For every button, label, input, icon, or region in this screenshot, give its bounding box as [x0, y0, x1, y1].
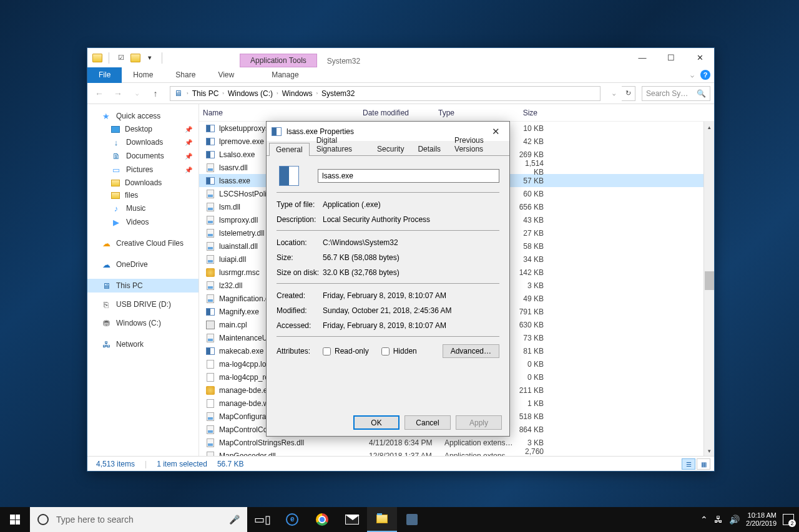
mic-icon[interactable]: 🎤: [229, 515, 240, 525]
file-size: 27 KB: [519, 229, 562, 238]
ribbon-tab-view[interactable]: View: [207, 68, 245, 82]
pin-icon: 📌: [185, 153, 192, 160]
column-name[interactable]: Name: [203, 109, 363, 117]
ribbon: File Home Share View Manage ⌵ ?: [87, 67, 714, 83]
close-button[interactable]: ✕: [685, 48, 714, 67]
ribbon-tab-home[interactable]: Home: [122, 68, 164, 82]
forward-button[interactable]: →: [110, 85, 126, 102]
breadcrumb-segment[interactable]: This PC: [192, 89, 219, 98]
dl-icon: ↓: [111, 137, 121, 147]
back-button[interactable]: ←: [91, 85, 107, 102]
address-bar[interactable]: 🖥 › This PC › Windows (C:) › Windows › S…: [170, 86, 600, 101]
sidebar-item[interactable]: Desktop📌: [87, 123, 199, 135]
chevron-right-icon[interactable]: ›: [316, 90, 318, 96]
qat-dropdown[interactable]: ▾: [144, 52, 155, 64]
taskbar-explorer[interactable]: [367, 507, 397, 532]
taskbar-search[interactable]: Type here to search 🎤: [30, 507, 247, 532]
task-view-button[interactable]: ▭▯: [247, 507, 277, 532]
file-icon: [205, 333, 215, 343]
properties-dialog: lsass.exe Properties ✕ General Digital S…: [266, 121, 510, 437]
chevron-right-icon[interactable]: ›: [187, 90, 189, 96]
scroll-thumb[interactable]: [705, 271, 714, 290]
tab-digital-signatures[interactable]: Digital Signatures: [310, 133, 370, 155]
address-dropdown[interactable]: ⌵: [607, 86, 620, 101]
ribbon-tab-share[interactable]: Share: [164, 68, 207, 82]
sidebar-item[interactable]: ▭Pictures📌: [87, 163, 199, 177]
properties-icon[interactable]: ☑: [115, 52, 127, 64]
navigation-pane[interactable]: ★Quick access Desktop📌↓Downloads📌🗎Docume…: [87, 104, 199, 456]
sidebar-quick-access[interactable]: ★Quick access: [87, 109, 199, 123]
ok-button[interactable]: OK: [353, 415, 400, 430]
ribbon-expand-icon[interactable]: ⌵: [690, 72, 694, 79]
sidebar-this-pc[interactable]: 🖥This PC: [87, 279, 199, 293]
refresh-button[interactable]: ↻: [622, 86, 635, 101]
sidebar-item[interactable]: ♪Music: [87, 201, 199, 215]
column-size[interactable]: Size: [512, 109, 556, 117]
chevron-right-icon[interactable]: ›: [277, 90, 278, 96]
maximize-button[interactable]: ☐: [657, 48, 685, 67]
sidebar-item[interactable]: files: [87, 189, 199, 201]
network-icon[interactable]: 🖧: [714, 515, 723, 525]
tray-overflow-icon[interactable]: ⌃: [700, 515, 708, 525]
start-button[interactable]: [0, 507, 30, 532]
apply-button[interactable]: Apply: [456, 415, 502, 430]
sidebar-onedrive[interactable]: ☁OneDrive: [87, 258, 199, 271]
sidebar-creative-cloud[interactable]: ☁Creative Cloud Files: [87, 236, 199, 250]
sidebar-item[interactable]: 🗎Documents📌: [87, 149, 199, 163]
breadcrumb-segment[interactable]: System32: [321, 89, 355, 98]
clock[interactable]: 10:18 AM 2/20/2019: [746, 511, 777, 528]
scroll-up-icon[interactable]: ▴: [704, 122, 714, 132]
file-menu[interactable]: File: [87, 67, 122, 83]
scroll-down-icon[interactable]: ▾: [704, 445, 714, 456]
scrollbar[interactable]: ▴ ▾: [703, 122, 714, 456]
readonly-checkbox[interactable]: Read-only: [323, 347, 369, 355]
sidebar-item[interactable]: Downloads: [87, 177, 199, 189]
icons-view-button[interactable]: ▦: [697, 458, 710, 470]
file-row[interactable]: MapGeocoder.dll12/8/2018 1:37 AMApplicat…: [199, 449, 714, 456]
value-created: Friday, February 8, 2019, 8:10:07 AM: [323, 291, 499, 300]
column-date[interactable]: Date modified: [363, 109, 438, 117]
details-view-button[interactable]: ☰: [682, 458, 695, 470]
minimize-button[interactable]: —: [628, 48, 657, 67]
column-type[interactable]: Type: [438, 109, 512, 117]
action-center-icon[interactable]: [783, 514, 794, 525]
tab-general[interactable]: General: [269, 143, 310, 156]
file-size: 0 KB: [519, 373, 562, 382]
breadcrumb-segment[interactable]: Windows: [282, 89, 313, 98]
file-size: 211 KB: [519, 386, 562, 395]
breadcrumb-segment[interactable]: Windows (C:): [228, 89, 273, 98]
application-tools-tab[interactable]: Application Tools: [240, 54, 317, 67]
sidebar-usb-drive[interactable]: ⎘USB DRIVE (D:): [87, 297, 199, 311]
sidebar-item[interactable]: ▶Videos: [87, 215, 199, 229]
file-size: 49 KB: [519, 294, 562, 303]
ribbon-tab-manage[interactable]: Manage: [260, 68, 310, 82]
hidden-checkbox[interactable]: Hidden: [381, 347, 417, 355]
sidebar-item-label: Downloads: [125, 178, 162, 187]
volume-icon[interactable]: 🔊: [729, 515, 740, 525]
sidebar-windows-c[interactable]: ⛃Windows (C:): [87, 316, 199, 330]
filename-input[interactable]: [318, 169, 499, 183]
file-icon: [205, 163, 215, 173]
tab-security[interactable]: Security: [370, 142, 411, 155]
chevron-right-icon[interactable]: ›: [222, 90, 224, 96]
advanced-button[interactable]: Advanced…: [443, 344, 499, 358]
up-button[interactable]: ↑: [147, 85, 164, 102]
taskbar-app[interactable]: [397, 507, 427, 532]
tab-previous-versions[interactable]: Previous Versions: [448, 133, 509, 155]
search-input[interactable]: Search Sy… 🔍: [642, 86, 710, 101]
file-row[interactable]: MapControlStringsRes.dll4/11/2018 6:34 P…: [199, 436, 714, 449]
column-headers[interactable]: Name Date modified Type Size: [199, 104, 714, 122]
titlebar[interactable]: ☑ ▾ Application Tools System32 — ☐ ✕: [87, 48, 714, 67]
taskbar-edge[interactable]: [277, 507, 307, 532]
cancel-button[interactable]: Cancel: [404, 415, 451, 430]
sidebar-item[interactable]: ↓Downloads📌: [87, 135, 199, 149]
help-icon[interactable]: ?: [700, 70, 710, 80]
new-folder-icon[interactable]: [130, 54, 140, 62]
tab-details[interactable]: Details: [411, 142, 448, 155]
recent-dropdown[interactable]: ⌵: [129, 85, 145, 102]
sidebar-network[interactable]: 🖧Network: [87, 337, 199, 351]
taskbar-mail[interactable]: [337, 507, 367, 532]
status-bar: 4,513 items | 1 item selected 56.7 KB ☰ …: [87, 456, 714, 472]
taskbar-chrome[interactable]: [307, 507, 337, 532]
file-icon: [205, 307, 215, 317]
